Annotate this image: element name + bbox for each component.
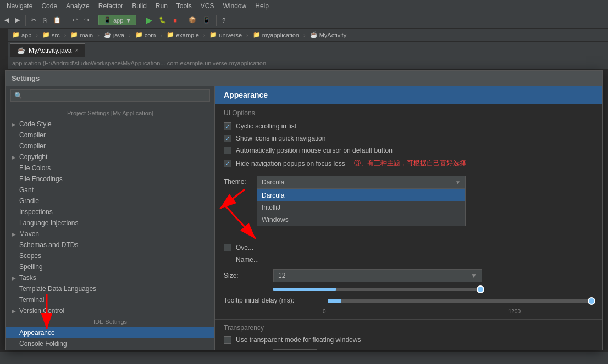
theme-option-darcula[interactable]: Darcula <box>257 189 465 201</box>
breadcrumb-sep-5: › <box>161 32 163 38</box>
stop-button[interactable]: ■ <box>171 16 179 25</box>
run-button[interactable]: ▶ <box>143 14 154 26</box>
ide-settings-header: IDE Settings <box>6 316 214 327</box>
checkbox-override[interactable] <box>224 244 231 251</box>
tree-label-file-colors: File Colors <box>19 164 51 172</box>
tooltip-slider-handle[interactable] <box>588 297 595 305</box>
tree-item-tasks[interactable]: ▶ Tasks <box>6 272 214 283</box>
tooltip-slider-track[interactable] <box>328 299 593 303</box>
menu-refactor[interactable]: Refactor <box>94 1 128 11</box>
menu-build[interactable]: Build <box>128 1 151 11</box>
tree-item-appearance[interactable]: Appearance <box>6 327 214 338</box>
theme-option-windows[interactable]: Windows <box>257 214 465 226</box>
tree-item-lang-inject[interactable]: Language Injections <box>6 217 214 228</box>
menu-help[interactable]: Help <box>251 1 273 11</box>
breadcrumb-universe[interactable]: 📁 universe <box>207 30 244 40</box>
tab-close-button[interactable]: × <box>75 47 78 53</box>
tree-item-code-style[interactable]: ▶ Code Style <box>6 119 214 130</box>
tree-item-vcs[interactable]: ▶ Version Control <box>6 305 214 316</box>
delay-input[interactable]: 1500 <box>273 349 317 350</box>
debug-button[interactable]: 🐛 <box>157 15 169 25</box>
breadcrumb-main[interactable]: 📁 main <box>68 30 95 40</box>
menu-vcs[interactable]: VCS <box>196 1 219 11</box>
tree-arrow-copyright: ▶ <box>12 154 17 160</box>
tree-item-compiler-2[interactable]: Compiler <box>6 141 214 152</box>
tree-item-schemas[interactable]: Schemas and DTDs <box>6 239 214 250</box>
size-label: Size: <box>224 272 268 279</box>
tree-item-debugger[interactable]: Debugger <box>6 349 214 350</box>
menu-navigate[interactable]: Navigate <box>2 1 37 11</box>
toolbar-separator-6 <box>216 15 217 26</box>
size-slider-track[interactable] <box>273 288 482 291</box>
transparency-option-row: Use transparent mode for floating window… <box>215 334 602 346</box>
tree-item-gant[interactable]: Gant <box>6 184 214 195</box>
tree-label-scopes: Scopes <box>19 252 41 260</box>
breadcrumb-activity[interactable]: ☕ MyActivity <box>308 30 349 40</box>
paste-button[interactable]: 📋 <box>51 15 63 25</box>
breadcrumb-src[interactable]: 📁 src <box>40 30 62 40</box>
copy-button[interactable]: ⎘ <box>41 16 49 25</box>
menu-tools[interactable]: Tools <box>172 1 196 11</box>
tooltip-min-label: 0 <box>323 309 326 315</box>
theme-option-intellij[interactable]: IntelliJ <box>257 201 465 214</box>
tree-label-gradle: Gradle <box>19 197 39 205</box>
settings-search-input[interactable] <box>10 89 210 102</box>
tree-item-gradle[interactable]: Gradle <box>6 195 214 206</box>
tree-label-code-style: Code Style <box>19 120 52 128</box>
tree-item-compiler-1[interactable]: Compiler <box>6 130 214 141</box>
run-config-arrow: ▼ <box>125 17 131 24</box>
tree-item-template-data[interactable]: Template Data Languages <box>6 283 214 294</box>
breadcrumb-java[interactable]: ☕ java <box>102 30 126 40</box>
tree-item-file-encodings[interactable]: File Encodings <box>6 173 214 184</box>
tree-arrow-code-style: ▶ <box>12 121 17 127</box>
help-button[interactable]: ? <box>220 16 228 25</box>
size-slider-fill <box>273 288 336 291</box>
toolbar-separator-2 <box>67 15 67 26</box>
tree-item-scopes[interactable]: Scopes <box>6 250 214 261</box>
back-button[interactable]: ◀ <box>2 15 11 25</box>
settings-tree: Project Settings [My Application] ▶ Code… <box>6 105 214 350</box>
tree-item-spelling[interactable]: Spelling <box>6 261 214 272</box>
checkbox-hide-nav[interactable] <box>224 160 231 167</box>
checkbox-cyclic[interactable] <box>224 122 231 130</box>
checkbox-icons[interactable] <box>224 135 231 142</box>
run-config-button[interactable]: 📱 app ▼ <box>98 15 136 25</box>
delay-row: Delay (ms): 1500 <box>215 346 602 350</box>
tree-arrow-tasks: ▶ <box>12 275 17 281</box>
breadcrumb-sep-1: › <box>36 32 38 38</box>
redo-button[interactable]: ↪ <box>82 15 91 25</box>
size-input[interactable]: 12 ▼ <box>273 269 482 282</box>
toolbar-separator-4 <box>140 15 140 26</box>
menu-window[interactable]: Window <box>219 1 251 11</box>
undo-button[interactable]: ↩ <box>70 15 80 25</box>
tab-myactivity[interactable]: ☕ MyActivity.java × <box>10 43 85 57</box>
menu-run[interactable]: Run <box>151 1 172 11</box>
menu-bar: Navigate Code Analyze Refactor Build Run… <box>0 0 608 12</box>
checkbox-auto-pos[interactable] <box>224 147 231 154</box>
tree-item-terminal[interactable]: Terminal <box>6 294 214 305</box>
tree-item-copyright[interactable]: ▶ Copyright <box>6 152 214 163</box>
tree-label-tasks: Tasks <box>19 274 36 282</box>
avd-manager-button[interactable]: 📱 <box>201 15 213 25</box>
menu-code[interactable]: Code <box>37 1 62 11</box>
forward-button[interactable]: ▶ <box>13 15 22 25</box>
tree-item-inspections[interactable]: Inspections <box>6 206 214 217</box>
tree-item-console-folding[interactable]: Console Folding <box>6 338 214 349</box>
tree-item-maven[interactable]: ▶ Maven <box>6 228 214 239</box>
theme-dropdown-selected[interactable]: Darcula ▼ <box>257 176 466 189</box>
checkbox-transparency[interactable] <box>224 336 231 344</box>
sdk-manager-button[interactable]: 📦 <box>186 15 198 25</box>
menu-analyze[interactable]: Analyze <box>62 1 94 11</box>
breadcrumb-sep-8: › <box>303 32 306 38</box>
breadcrumb-com[interactable]: 📁 com <box>133 30 158 40</box>
theme-row: Theme: Darcula ▼ Darcula IntelliJ Window… <box>215 172 602 192</box>
breadcrumb-example[interactable]: 📁 example <box>164 30 201 40</box>
tab-myactivity-label: MyActivity.java <box>29 47 71 54</box>
size-input-container: 12 ▼ <box>273 269 482 282</box>
breadcrumb-myapp[interactable]: 📁 myapplication <box>251 30 301 40</box>
tree-label-inspections: Inspections <box>19 208 53 216</box>
size-slider-handle[interactable] <box>477 285 484 293</box>
breadcrumb-app[interactable]: 📁 app <box>10 30 34 40</box>
tree-item-file-colors[interactable]: File Colors <box>6 163 214 173</box>
cut-button[interactable]: ✂ <box>29 15 38 25</box>
